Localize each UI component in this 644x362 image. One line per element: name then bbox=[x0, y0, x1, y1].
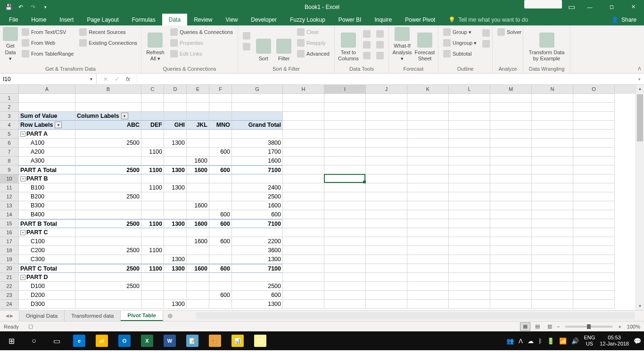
row-header-18[interactable]: 18 bbox=[0, 246, 19, 255]
cell-A4[interactable]: Row Labels▾ bbox=[19, 121, 75, 130]
cell-C6[interactable] bbox=[141, 139, 164, 148]
people-icon[interactable]: 👥 bbox=[506, 337, 514, 345]
cell-B2[interactable] bbox=[75, 103, 141, 112]
row-header-17[interactable]: 17 bbox=[0, 237, 19, 246]
zoom-level[interactable]: 100% bbox=[627, 324, 640, 329]
show-detail-button[interactable] bbox=[480, 28, 492, 38]
cell-I23[interactable] bbox=[324, 291, 366, 300]
cell-K24[interactable] bbox=[407, 300, 449, 309]
cell-E24[interactable] bbox=[187, 300, 209, 309]
cell-B9[interactable]: 2500 bbox=[75, 165, 141, 174]
cell-K2[interactable] bbox=[407, 103, 449, 112]
cell-A23[interactable]: D200 bbox=[19, 291, 75, 300]
cell-I11[interactable] bbox=[324, 183, 366, 192]
row-header-16[interactable]: 16 bbox=[0, 228, 19, 237]
row-header-24[interactable]: 24 bbox=[0, 300, 19, 309]
cell-K11[interactable] bbox=[407, 183, 449, 192]
new-sheet-button[interactable]: ⊕ bbox=[163, 311, 177, 321]
cell-A1[interactable] bbox=[19, 94, 75, 103]
cell-A9[interactable]: PART A Total bbox=[19, 165, 75, 174]
cell-B20[interactable]: 2500 bbox=[75, 264, 141, 273]
cell-G10[interactable] bbox=[232, 174, 283, 183]
cell-B23[interactable] bbox=[75, 291, 141, 300]
from-table-range-button[interactable]: From Table/Range bbox=[20, 49, 75, 59]
cell-G7[interactable]: 1700 bbox=[232, 148, 283, 156]
subtotal-button[interactable]: Subtotal bbox=[441, 49, 479, 59]
cell-O16[interactable] bbox=[573, 228, 615, 237]
solver-button[interactable]: Solver bbox=[495, 27, 523, 37]
cell-G8[interactable]: 1600 bbox=[232, 156, 283, 165]
cell-O15[interactable] bbox=[573, 219, 615, 228]
row-header-2[interactable]: 2 bbox=[0, 103, 19, 112]
cell-K14[interactable] bbox=[407, 210, 449, 219]
cell-L3[interactable] bbox=[449, 112, 490, 121]
cell-H14[interactable] bbox=[283, 210, 324, 219]
cell-E3[interactable] bbox=[187, 112, 209, 121]
cell-A7[interactable]: A200 bbox=[19, 148, 75, 156]
collapse-icon[interactable]: − bbox=[20, 176, 25, 181]
cell-H10[interactable] bbox=[283, 174, 324, 183]
cell-F17[interactable]: 600 bbox=[209, 237, 232, 246]
share-button[interactable]: 👤 Share bbox=[604, 14, 644, 25]
cell-C18[interactable]: 1100 bbox=[141, 246, 164, 255]
cell-A3[interactable]: Sum of Value bbox=[19, 112, 75, 121]
cell-C10[interactable] bbox=[141, 174, 164, 183]
cell-G13[interactable]: 1600 bbox=[232, 201, 283, 210]
cell-J21[interactable] bbox=[366, 273, 407, 282]
collapse-icon[interactable]: − bbox=[20, 230, 25, 235]
cell-N13[interactable] bbox=[532, 201, 573, 210]
cell-E22[interactable] bbox=[187, 282, 209, 291]
cell-N14[interactable] bbox=[532, 210, 573, 219]
cell-M8[interactable] bbox=[490, 156, 532, 165]
cell-F14[interactable]: 600 bbox=[209, 210, 232, 219]
cell-G19[interactable]: 1300 bbox=[232, 255, 283, 264]
cell-M7[interactable] bbox=[490, 148, 532, 156]
row-header-20[interactable]: 20 bbox=[0, 264, 19, 273]
data-validation-button[interactable] bbox=[361, 50, 372, 61]
cell-N2[interactable] bbox=[532, 103, 573, 112]
filter-button[interactable]: Filter bbox=[275, 27, 294, 63]
cell-L19[interactable] bbox=[449, 255, 490, 264]
row-header-14[interactable]: 14 bbox=[0, 210, 19, 219]
cell-M13[interactable] bbox=[490, 201, 532, 210]
cell-G1[interactable] bbox=[232, 94, 283, 103]
cell-J8[interactable] bbox=[366, 156, 407, 165]
close-button[interactable]: ✕ bbox=[622, 0, 644, 14]
qat-customize[interactable]: ▾ bbox=[39, 1, 51, 13]
cell-J6[interactable] bbox=[366, 139, 407, 148]
remove-duplicates-button[interactable] bbox=[361, 40, 372, 50]
cell-O5[interactable] bbox=[573, 130, 615, 139]
start-button[interactable]: ⊞ bbox=[0, 331, 23, 350]
column-header-B[interactable]: B bbox=[75, 85, 141, 94]
row-header-6[interactable]: 6 bbox=[0, 139, 19, 148]
page-layout-view-button[interactable]: ▤ bbox=[532, 322, 543, 331]
cell-E18[interactable] bbox=[187, 246, 209, 255]
cell-K19[interactable] bbox=[407, 255, 449, 264]
cell-M4[interactable] bbox=[490, 121, 532, 130]
cell-B5[interactable] bbox=[75, 130, 141, 139]
queries-connections-button[interactable]: Queries & Connections bbox=[168, 27, 235, 37]
collapse-icon[interactable]: − bbox=[20, 275, 25, 280]
cell-M24[interactable] bbox=[490, 300, 532, 309]
column-header-C[interactable]: C bbox=[141, 85, 164, 94]
cell-F16[interactable] bbox=[209, 228, 232, 237]
tab-review[interactable]: Review bbox=[187, 14, 219, 25]
row-header-9[interactable]: 9 bbox=[0, 165, 19, 174]
cell-J20[interactable] bbox=[366, 264, 407, 273]
cell-M6[interactable] bbox=[490, 139, 532, 148]
cell-J18[interactable] bbox=[366, 246, 407, 255]
transform-data-by-example-button[interactable]: Transform Data by Example bbox=[526, 27, 567, 63]
row-header-5[interactable]: 5 bbox=[0, 130, 19, 139]
cell-O22[interactable] bbox=[573, 282, 615, 291]
cell-F11[interactable] bbox=[209, 183, 232, 192]
cell-H3[interactable] bbox=[283, 112, 324, 121]
cell-N3[interactable] bbox=[532, 112, 573, 121]
column-header-N[interactable]: N bbox=[532, 85, 573, 94]
cell-C13[interactable] bbox=[141, 201, 164, 210]
cell-O11[interactable] bbox=[573, 183, 615, 192]
cell-N21[interactable] bbox=[532, 273, 573, 282]
existing-connections-button[interactable]: Existing Connections bbox=[77, 38, 139, 48]
cell-E20[interactable]: 1600 bbox=[187, 264, 209, 273]
cell-I7[interactable] bbox=[324, 148, 366, 156]
cell-K4[interactable] bbox=[407, 121, 449, 130]
